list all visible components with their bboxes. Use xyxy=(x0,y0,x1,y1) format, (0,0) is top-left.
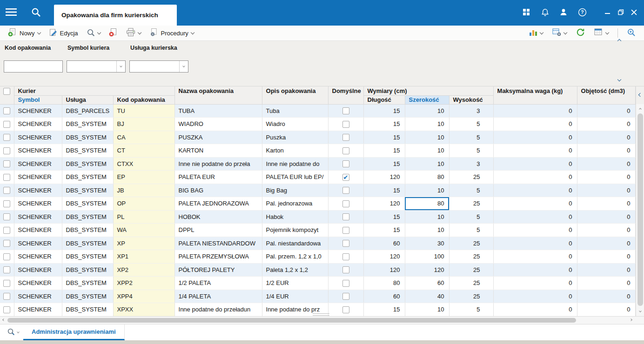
cell-opis[interactable]: 1/2 EUR xyxy=(262,277,328,290)
table-row[interactable]: SCHENKER DBS_SYSTEM XP1 PALETA PRZEMYSŁO… xyxy=(0,250,635,264)
cell-waga[interactable]: 0 xyxy=(493,118,577,131)
cell-dlugosc[interactable]: 15 xyxy=(363,157,405,171)
help-button[interactable]: ? xyxy=(575,4,589,22)
global-search-button[interactable] xyxy=(22,0,49,26)
cell-usluga[interactable]: DBS_SYSTEM xyxy=(62,303,113,317)
cell-waga[interactable]: 0 xyxy=(493,224,577,237)
cell-usluga[interactable]: DBS_SYSTEM xyxy=(62,290,113,303)
row-checkbox[interactable] xyxy=(3,266,10,273)
table-row[interactable]: SCHENKER DBS_SYSTEM EP PALETA EUR PALETA… xyxy=(0,171,635,184)
procedures-button[interactable]: Procedury xyxy=(146,26,197,40)
cell-kod[interactable]: XPP4 xyxy=(113,290,174,303)
splitter-grip[interactable] xyxy=(313,313,329,316)
filter-collapse-down-button[interactable] xyxy=(613,77,625,83)
column-header-nazwa[interactable]: Nazwa opakowania xyxy=(174,86,262,104)
cell-szerokosc[interactable]: 10 xyxy=(405,184,449,197)
cell-wysokosc[interactable]: 3 xyxy=(449,104,493,118)
cell-szerokosc[interactable]: 10 xyxy=(405,210,449,224)
column-header-objetosc[interactable]: Objętość (dm3) xyxy=(577,86,635,104)
cell-opis[interactable]: Pal. jednorazowa xyxy=(262,197,328,211)
select-all-header[interactable] xyxy=(0,86,14,104)
cell-domyslne[interactable] xyxy=(328,237,363,250)
cell-symbol[interactable]: SCHENKER xyxy=(14,237,62,250)
cell-usluga[interactable]: DBS_SYSTEM xyxy=(62,171,113,184)
table-row[interactable]: SCHENKER DBS_SYSTEM CTXX Inne nie podatn… xyxy=(0,157,635,171)
bottom-tab-administracja[interactable]: Administracja uprawnieniami xyxy=(23,324,125,340)
cell-usluga[interactable]: DBS_SYSTEM xyxy=(62,197,113,211)
cell-szerokosc[interactable]: 80 xyxy=(405,171,449,184)
cell-domyslne[interactable] xyxy=(328,184,363,197)
cell-waga[interactable]: 0 xyxy=(493,290,577,303)
cell-szerokosc[interactable]: 40 xyxy=(405,290,449,303)
cell-objetosc[interactable]: 0 xyxy=(577,118,635,131)
table-row[interactable]: SCHENKER DBS_SYSTEM XPP2 1/2 PALETA 1/2 … xyxy=(0,277,635,290)
cell-nazwa[interactable]: PALETA NIESTANDARDOW xyxy=(174,237,262,250)
cell-nazwa[interactable]: 1/4 PALETA xyxy=(174,290,262,303)
row-checkbox[interactable] xyxy=(3,293,10,300)
cell-opis[interactable]: Pojemnik kompozyt xyxy=(262,224,328,237)
cell-waga[interactable]: 0 xyxy=(493,250,577,264)
scroll-right-button[interactable] xyxy=(627,317,635,324)
default-checkbox[interactable] xyxy=(342,213,349,220)
table-row[interactable]: SCHENKER DBS_SYSTEM BJ WIADRO Wiadro 15 … xyxy=(0,118,635,131)
cell-symbol[interactable]: SCHENKER xyxy=(14,144,62,158)
default-checkbox[interactable] xyxy=(342,121,349,128)
edit-button[interactable]: Edycja xyxy=(46,27,81,40)
cell-symbol[interactable]: SCHENKER xyxy=(14,250,62,264)
cell-dlugosc[interactable]: 15 xyxy=(363,224,405,237)
cell-symbol[interactable]: SCHENKER xyxy=(14,157,62,171)
apps-grid-button[interactable] xyxy=(519,4,533,22)
preview-button[interactable] xyxy=(83,27,104,40)
cell-objetosc[interactable]: 0 xyxy=(577,224,635,237)
cell-kod[interactable]: JB xyxy=(113,184,174,197)
row-checkbox[interactable] xyxy=(3,280,10,287)
cell-wysokosc[interactable]: 5 xyxy=(449,224,493,237)
cell-symbol[interactable]: SCHENKER xyxy=(14,184,62,197)
default-checkbox[interactable] xyxy=(342,160,349,167)
cell-kod[interactable]: WA xyxy=(113,224,174,237)
cell-dlugosc[interactable]: 15 xyxy=(363,184,405,197)
cell-kod[interactable]: BJ xyxy=(113,118,174,131)
row-checkbox[interactable] xyxy=(3,200,10,207)
cell-symbol[interactable]: SCHENKER xyxy=(14,263,62,277)
cell-opis[interactable]: PALETA EUR lub EP/ xyxy=(262,171,328,184)
cell-objetosc[interactable]: 0 xyxy=(577,157,635,171)
cell-nazwa[interactable]: HOBOK xyxy=(174,210,262,224)
cell-kod[interactable]: TU xyxy=(113,104,174,118)
cell-nazwa[interactable]: PALETA PRZEMYSŁOWA xyxy=(174,250,262,264)
cell-opis[interactable]: 1/4 EUR xyxy=(262,290,328,303)
cell-wysokosc[interactable]: 5 xyxy=(449,144,493,158)
grid-settings-button[interactable] xyxy=(591,27,612,39)
table-row[interactable]: SCHENKER DBS_SYSTEM XP PALETA NIESTANDAR… xyxy=(0,237,635,250)
row-checkbox[interactable] xyxy=(3,306,10,313)
row-checkbox[interactable] xyxy=(3,147,10,154)
cell-objetosc[interactable]: 0 xyxy=(577,277,635,290)
table-row[interactable]: SCHENKER DBS_SYSTEM JB BIG BAG Big Bag 1… xyxy=(0,184,635,197)
cell-domyslne[interactable] xyxy=(328,118,363,131)
cell-nazwa[interactable]: PUSZKA xyxy=(174,131,262,144)
cell-waga[interactable]: 0 xyxy=(493,131,577,144)
cell-kod[interactable]: XPP2 xyxy=(113,277,174,290)
table-row[interactable]: SCHENKER DBS_SYSTEM XP2 PÓŁTOREJ PALETY … xyxy=(0,263,635,277)
cell-szerokosc[interactable]: 10 xyxy=(405,104,449,118)
cell-wysokosc[interactable]: 5 xyxy=(449,131,493,144)
column-header-szerokosc[interactable]: Szerokość xyxy=(405,95,449,104)
filter-collapse-up-button[interactable] xyxy=(613,37,625,44)
cell-dlugosc[interactable]: 120 xyxy=(363,171,405,184)
row-checkbox[interactable] xyxy=(3,134,10,141)
cell-wysokosc[interactable]: 25 xyxy=(449,197,493,211)
cell-dlugosc[interactable]: 80 xyxy=(363,277,405,290)
cell-wysokosc[interactable]: 5 xyxy=(449,303,493,317)
cell-kod[interactable]: XP xyxy=(113,237,174,250)
cell-domyslne[interactable] xyxy=(328,197,363,211)
cell-waga[interactable]: 0 xyxy=(493,184,577,197)
cell-dlugosc[interactable]: 15 xyxy=(363,303,405,317)
scroll-down-button[interactable] xyxy=(636,308,644,315)
cell-waga[interactable]: 0 xyxy=(493,303,577,317)
cell-waga[interactable]: 0 xyxy=(493,144,577,158)
cell-symbol[interactable]: SCHENKER xyxy=(14,197,62,211)
minimize-button[interactable] xyxy=(602,4,613,22)
cell-symbol[interactable]: SCHENKER xyxy=(14,104,62,118)
cell-waga[interactable]: 0 xyxy=(493,277,577,290)
cell-kod[interactable]: CTXX xyxy=(113,157,174,171)
